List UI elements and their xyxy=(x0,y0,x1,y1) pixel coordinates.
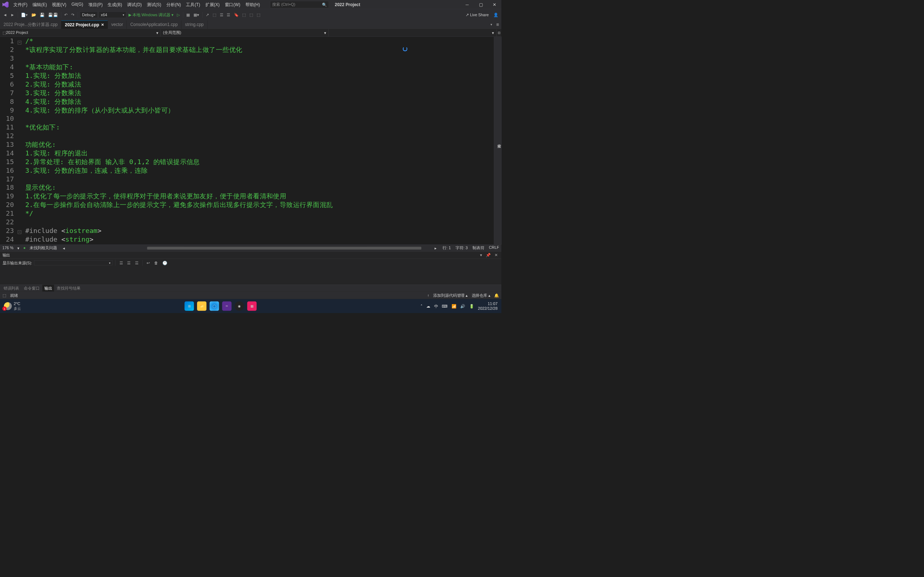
code-content[interactable]: /**该程序实现了分数计算器的基本功能，并在题目要求基础上做了一些优化*基本功能… xyxy=(24,37,494,245)
bottom-tab[interactable]: 错误列表 xyxy=(2,285,21,292)
start-button[interactable]: ⊞ xyxy=(184,301,194,311)
close-button[interactable]: ✕ xyxy=(488,0,501,10)
repo-button[interactable]: 选择仓库 ▴ xyxy=(472,293,491,298)
redo-button[interactable]: ↷ xyxy=(70,11,76,18)
code-line[interactable]: 3.实现: 分数的连加，连减，连乘，连除 xyxy=(25,166,494,174)
code-line[interactable]: 4.实现: 分数除法 xyxy=(25,97,494,106)
output-source-dropdown[interactable]: ▾ xyxy=(34,260,113,266)
close-tab-icon[interactable]: ✕ xyxy=(101,23,104,27)
scroll-right-icon[interactable]: ▸ xyxy=(435,246,436,250)
code-line[interactable] xyxy=(25,54,494,63)
bell-icon[interactable]: 🔔 xyxy=(494,293,499,298)
menu-item[interactable]: Git(G) xyxy=(69,0,86,9)
code-line[interactable]: 1.实现: 程序的退出 xyxy=(25,148,494,157)
save-button[interactable]: 💾 xyxy=(39,11,46,18)
tool-icon[interactable]: ☰ xyxy=(126,259,132,266)
maximize-button[interactable]: ▢ xyxy=(474,0,488,10)
pin-icon[interactable]: 📌 xyxy=(485,252,492,258)
tool-icon[interactable]: ⬚ xyxy=(248,11,254,18)
code-line[interactable]: 1.优化了每一步的提示文字，使得程序对于使用者来说更加友好，便于使用者看清和使用 xyxy=(25,192,494,200)
platform-dropdown[interactable]: x64 ▾ xyxy=(99,11,126,18)
clock-icon[interactable]: 🕐 xyxy=(162,259,168,266)
fold-gutter[interactable]: −− xyxy=(18,37,23,245)
code-line[interactable]: 功能优化: xyxy=(25,140,494,149)
file-tab[interactable]: vector xyxy=(108,20,127,29)
forward-button[interactable]: ► xyxy=(10,12,16,18)
menu-item[interactable]: 扩展(X) xyxy=(203,0,222,9)
code-line[interactable]: #include <string> xyxy=(25,235,494,243)
source-control-button[interactable]: 添加到源代码管理 ▴ xyxy=(433,293,467,298)
save-all-button[interactable]: 💾💾 xyxy=(47,11,59,18)
obs-icon[interactable]: ◉ xyxy=(234,301,244,311)
taskbar-clock[interactable]: 11:07 2022/12/28 xyxy=(478,301,498,311)
minimize-button[interactable]: ─ xyxy=(460,0,474,10)
app-icon[interactable]: ▦ xyxy=(247,301,257,311)
menu-item[interactable]: 工具(T) xyxy=(184,0,202,9)
tool-icon[interactable]: ⬚ xyxy=(255,11,262,18)
tool-icon[interactable]: ▦ xyxy=(185,11,191,18)
fold-toggle-icon[interactable]: − xyxy=(18,230,21,234)
volume-icon[interactable]: 🔊 xyxy=(460,304,465,308)
input-method-icon[interactable]: ⌨ xyxy=(442,304,447,308)
indent-mode[interactable]: 制表符 xyxy=(472,246,485,251)
account-icon[interactable]: 👤 xyxy=(492,11,499,18)
menu-item[interactable]: 调试(D) xyxy=(125,0,144,9)
wrap-icon[interactable]: ↩ xyxy=(145,259,151,266)
code-line[interactable]: 2.实现: 分数减法 xyxy=(25,80,494,89)
tool-icon[interactable]: ⬚ xyxy=(241,11,247,18)
start-debug-button[interactable]: ▶ 本地 Windows 调试器 ▾ xyxy=(128,11,175,18)
menu-item[interactable]: 视图(V) xyxy=(50,0,69,9)
code-line[interactable] xyxy=(25,218,494,226)
tool-icon[interactable]: ☰ xyxy=(219,11,225,18)
code-line[interactable] xyxy=(25,132,494,140)
code-line[interactable]: *优化如下: xyxy=(25,123,494,132)
split-icon[interactable]: ⊟ xyxy=(497,30,502,36)
start-no-debug-button[interactable]: ▷ xyxy=(176,11,181,18)
code-line[interactable]: 2.异常处理: 在初始界面 输入非 0,1,2 的错误提示信息 xyxy=(25,157,494,166)
clear-icon[interactable]: 🗑 xyxy=(153,259,159,266)
menu-item[interactable]: 分析(N) xyxy=(164,0,183,9)
visual-studio-icon[interactable]: ∞ xyxy=(222,301,231,311)
chevron-down-icon[interactable]: ▾ xyxy=(489,22,493,27)
tool-icon[interactable]: 🔖 xyxy=(233,11,240,18)
weather-widget[interactable]: 1 2°C 多云 xyxy=(4,301,21,311)
code-line[interactable]: *基本功能如下: xyxy=(25,63,494,71)
menu-item[interactable]: 生成(B) xyxy=(105,0,124,9)
zoom-level[interactable]: 176 % xyxy=(3,246,14,250)
file-explorer-icon[interactable]: 📁 xyxy=(197,301,207,311)
horizontal-scrollbar[interactable]: ◂ ▸ xyxy=(63,246,437,250)
file-tab[interactable]: string.cpp xyxy=(181,20,208,29)
chevron-down-icon[interactable]: ▾ xyxy=(478,252,483,258)
code-line[interactable] xyxy=(25,114,494,123)
file-tab[interactable]: ConsoleApplication1.cpp xyxy=(127,20,181,29)
scroll-thumb[interactable] xyxy=(147,247,421,250)
code-line[interactable]: */ xyxy=(25,209,494,218)
code-line[interactable]: 2.在每一步操作后会自动清除上一步的提示文字，避免多次操作后出现多行提示文字，导… xyxy=(25,200,494,209)
code-editor[interactable]: 123456789101112131415161718192021222324 … xyxy=(0,37,494,245)
bottom-tab[interactable]: 命令窗口 xyxy=(22,285,42,292)
close-icon[interactable]: ✕ xyxy=(493,252,499,258)
tool-icon[interactable]: ⬚ xyxy=(211,11,217,18)
code-line[interactable]: 显示优化: xyxy=(25,183,494,192)
scope-dropdown[interactable]: ⬚ 2022 Project ▾ xyxy=(0,29,161,36)
split-icon[interactable]: ⊞ xyxy=(495,22,500,27)
code-line[interactable]: 1.实现: 分数加法 xyxy=(25,71,494,80)
issues-label[interactable]: 未找到相关问题 xyxy=(30,246,57,251)
chevron-up-icon[interactable]: ˄ xyxy=(420,304,422,308)
config-dropdown[interactable]: Debug ▾ xyxy=(80,11,97,18)
chevron-down-icon[interactable]: ▾ xyxy=(17,246,19,250)
scroll-left-icon[interactable]: ◂ xyxy=(63,246,65,250)
tool-icon[interactable]: ☰ xyxy=(226,11,231,18)
tool-icon[interactable]: ↗ xyxy=(204,11,210,18)
tool-icon[interactable]: ☰ xyxy=(134,259,140,266)
edge-browser-icon[interactable]: ◯ xyxy=(210,301,219,311)
output-body[interactable] xyxy=(0,267,501,285)
open-button[interactable]: 📂 xyxy=(30,11,37,18)
menu-item[interactable]: 窗口(W) xyxy=(222,0,242,9)
line-ending[interactable]: CRLF xyxy=(489,246,499,251)
menu-item[interactable]: 帮助(H) xyxy=(243,0,262,9)
file-tab[interactable]: 2022 Project.cpp✕ xyxy=(61,20,108,29)
wifi-icon[interactable]: 📶 xyxy=(452,304,457,308)
code-line[interactable]: #include <iostream> xyxy=(25,226,494,235)
fold-toggle-icon[interactable]: − xyxy=(18,41,21,44)
